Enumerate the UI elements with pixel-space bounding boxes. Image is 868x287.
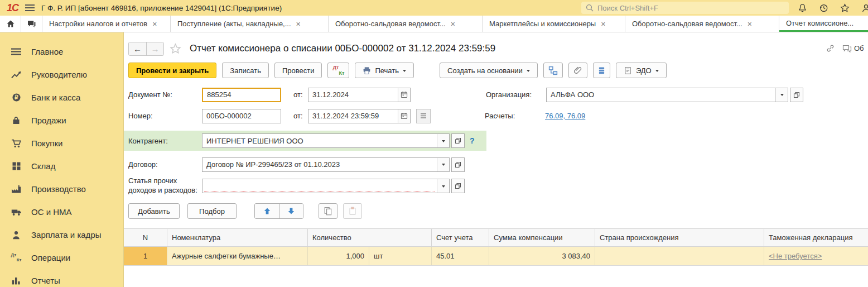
window-title: Г Ф. Р. ИП [абонент 469816, приложение 1… bbox=[41, 4, 282, 12]
contract-input[interactable]: Договор № ИР-299465/23 от 01.10.2023 bbox=[202, 157, 450, 172]
main-menu-icon[interactable] bbox=[25, 4, 35, 11]
cell-unit[interactable]: шт bbox=[369, 247, 432, 265]
edo-button[interactable]: ЭДО bbox=[616, 63, 667, 78]
open-other-income-button[interactable] bbox=[451, 179, 465, 193]
col-header-customs[interactable]: Таможенная декларация bbox=[764, 229, 868, 246]
add-row-button[interactable]: Добавить bbox=[128, 203, 180, 219]
home-button[interactable] bbox=[0, 16, 21, 32]
post-button[interactable]: Провести bbox=[274, 63, 322, 78]
related-documents-button[interactable] bbox=[543, 63, 563, 78]
sidebar-item-reports[interactable]: Отчеты bbox=[0, 269, 123, 287]
post-and-close-button[interactable]: Провести и закрыть bbox=[128, 63, 216, 78]
cell-nomenclature[interactable]: Ажурные салфетки бумажные… bbox=[167, 247, 308, 265]
number-input[interactable]: 00БО-000002 bbox=[202, 109, 281, 123]
sidebar-item-sales[interactable]: Продажи bbox=[0, 109, 123, 132]
chevron-down-icon[interactable] bbox=[437, 134, 449, 147]
tab-receipts[interactable]: Поступление (акты, накладные,... × bbox=[171, 16, 329, 32]
other-income-input[interactable] bbox=[202, 179, 450, 193]
chevron-down-icon[interactable] bbox=[437, 179, 449, 193]
organization-input[interactable]: АЛЬФА ООО bbox=[546, 88, 788, 102]
open-contract-button[interactable] bbox=[451, 157, 465, 172]
discussion-button[interactable]: Об bbox=[842, 44, 864, 53]
cell-compensation[interactable]: 3 083,40 bbox=[489, 247, 595, 265]
col-header-quantity[interactable]: Количество bbox=[308, 229, 432, 246]
customs-declaration-link[interactable]: <Не требуется> bbox=[769, 252, 822, 260]
sidebar-item-purchases[interactable]: Покупки bbox=[0, 132, 123, 155]
tab-trial-balance-2[interactable]: Оборотно-сальдовая ведомост... × bbox=[625, 16, 779, 32]
tab-close-icon[interactable]: × bbox=[601, 20, 605, 28]
forward-button[interactable]: → bbox=[146, 42, 163, 55]
tab-close-icon[interactable]: × bbox=[451, 20, 455, 28]
col-header-compensation[interactable]: Сумма компенсации bbox=[489, 229, 595, 246]
sidebar-item-payroll-hr[interactable]: Зарплата и кадры bbox=[0, 223, 123, 246]
tab-marketplaces[interactable]: Маркетплейсы и комиссионеры × bbox=[483, 16, 625, 32]
link-icon[interactable] bbox=[826, 44, 835, 53]
history-icon[interactable] bbox=[819, 3, 828, 13]
dtkt-postings-button[interactable]: ДтКт bbox=[327, 63, 349, 78]
favorites-star-icon[interactable] bbox=[840, 3, 850, 13]
cell-account[interactable]: 45.01 bbox=[432, 247, 489, 265]
copy-rows-button[interactable] bbox=[319, 203, 337, 219]
sidebar-item-main[interactable]: Главное bbox=[0, 40, 123, 63]
save-button[interactable]: Записать bbox=[222, 63, 269, 78]
sidebar-item-fixed-assets[interactable]: ОС и НМА bbox=[0, 200, 123, 223]
cell-customs[interactable]: <Не требуется> bbox=[764, 247, 868, 265]
search-icon bbox=[586, 4, 594, 12]
col-header-account[interactable]: Счет учета bbox=[432, 229, 489, 246]
items-table: N Номенклатура Количество Счет учета Сум… bbox=[124, 228, 868, 266]
favorite-star-icon[interactable] bbox=[170, 43, 181, 55]
number-list-button[interactable] bbox=[416, 109, 431, 123]
open-organization-button[interactable] bbox=[790, 88, 803, 102]
settlements-accounts-link[interactable]: 76.09, 76.09 bbox=[545, 112, 585, 120]
edo-document-icon bbox=[624, 66, 632, 75]
chevron-down-icon[interactable] bbox=[775, 88, 788, 102]
move-down-button[interactable] bbox=[279, 204, 303, 218]
chevron-down-icon[interactable] bbox=[437, 158, 449, 171]
move-up-button[interactable] bbox=[255, 204, 279, 218]
doc-date-input[interactable]: 31.12.2024 bbox=[308, 88, 411, 102]
tab-trial-balance-1[interactable]: Оборотно-сальдовая ведомост... × bbox=[329, 16, 483, 32]
counterparty-input[interactable]: ИНТЕРНЕТ РЕШЕНИЯ ООО bbox=[202, 133, 450, 148]
cell-country[interactable] bbox=[595, 247, 764, 265]
register-records-button[interactable] bbox=[593, 63, 610, 78]
back-button[interactable]: ← bbox=[129, 42, 146, 55]
tab-close-icon[interactable]: × bbox=[296, 20, 301, 28]
cell-n[interactable]: 1 bbox=[124, 247, 167, 265]
sidebar-item-operations[interactable]: ДтКт Операции bbox=[0, 246, 123, 269]
form-row-other-income: Статья прочих доходов и расходов: bbox=[128, 176, 868, 195]
search-input[interactable]: Поиск Ctrl+Shift+F bbox=[581, 2, 789, 14]
cell-quantity[interactable]: 1,000 bbox=[308, 247, 369, 265]
person-icon bbox=[10, 231, 22, 240]
printer-icon bbox=[363, 66, 371, 75]
calendar-icon[interactable] bbox=[398, 109, 410, 123]
col-header-n[interactable]: N bbox=[124, 229, 167, 246]
col-header-country[interactable]: Страна происхождения bbox=[595, 229, 764, 246]
paste-rows-button[interactable] bbox=[343, 203, 362, 219]
sidebar-item-manager[interactable]: Руководителю bbox=[0, 63, 123, 86]
tab-label: Поступление (акты, накладные,... bbox=[177, 20, 291, 28]
counterparty-help-icon[interactable]: ? bbox=[470, 136, 475, 145]
doc-no-input[interactable]: 885254 bbox=[202, 88, 281, 102]
tab-taxes-settings[interactable]: Настройки налогов и отчетов × bbox=[42, 16, 171, 32]
doc-datetime-input[interactable]: 31.12.2024 23:59:59 bbox=[308, 109, 411, 123]
number-label: Номер: bbox=[128, 112, 202, 120]
tab-close-icon[interactable]: × bbox=[152, 20, 157, 28]
pick-button[interactable]: Подбор bbox=[187, 203, 237, 219]
attachments-button[interactable] bbox=[568, 63, 587, 78]
notifications-bell-icon[interactable] bbox=[798, 3, 807, 13]
print-button[interactable]: Печать bbox=[355, 63, 414, 78]
create-based-on-button[interactable]: Создать на основании bbox=[440, 63, 538, 78]
tab-close-icon[interactable]: × bbox=[748, 20, 752, 28]
discussions-button[interactable] bbox=[21, 16, 42, 32]
table-row[interactable]: 1 Ажурные салфетки бумажные… 1,000 шт 45… bbox=[124, 247, 868, 266]
tab-commission-report[interactable]: Отчет комиссионе... bbox=[779, 16, 868, 32]
user-icon[interactable] bbox=[861, 3, 868, 13]
sidebar-item-warehouse[interactable]: Склад bbox=[0, 155, 123, 178]
tab-label: Оборотно-сальдовая ведомост... bbox=[632, 20, 742, 28]
calendar-icon[interactable] bbox=[398, 88, 410, 102]
sidebar-item-bank-cash[interactable]: ₽ Банк и касса bbox=[0, 86, 123, 109]
open-counterparty-button[interactable] bbox=[451, 133, 465, 148]
col-header-nomenclature[interactable]: Номенклатура bbox=[167, 229, 308, 246]
sidebar-label: Покупки bbox=[31, 138, 62, 148]
sidebar-item-production[interactable]: Производство bbox=[0, 178, 123, 200]
